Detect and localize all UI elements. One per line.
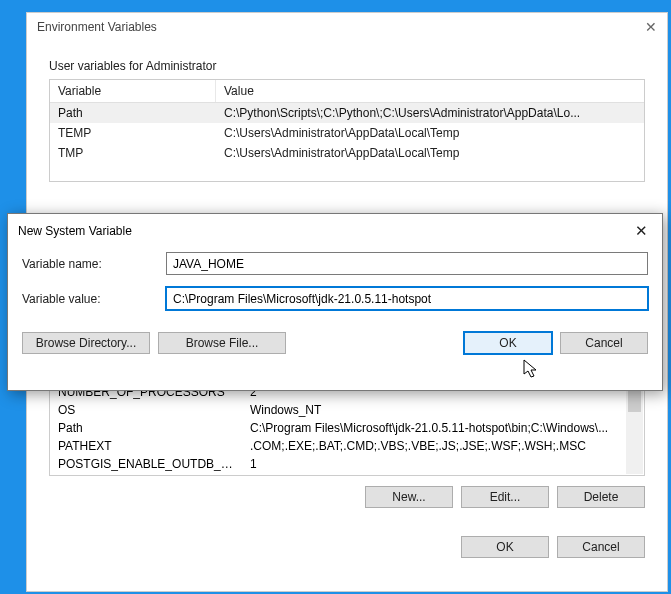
cancel-button[interactable]: Cancel	[557, 536, 645, 558]
ok-button[interactable]: OK	[464, 332, 552, 354]
env-window-bottom-row: OK Cancel	[27, 522, 667, 572]
dialog-titlebar: New System Variable ✕	[8, 214, 662, 242]
cell-value: Windows_NT	[242, 401, 626, 419]
cell-variable: TEMP	[50, 123, 216, 143]
cell-value: C:\Users\Administrator\AppData\Local\Tem…	[216, 123, 644, 143]
system-button-row: New... Edit... Delete	[49, 476, 645, 512]
dialog-form: Variable name: Variable value:	[8, 242, 662, 332]
table-row[interactable]: TEMP C:\Users\Administrator\AppData\Loca…	[50, 123, 644, 143]
table-row[interactable]: TMP C:\Users\Administrator\AppData\Local…	[50, 143, 644, 163]
new-button[interactable]: New...	[365, 486, 453, 508]
cell-value: C:\Python\Scripts\;C:\Python\;C:\Users\A…	[216, 103, 644, 123]
variable-value-input[interactable]	[166, 287, 648, 310]
close-icon[interactable]: ✕	[631, 222, 652, 240]
cell-value: C:\Program Files\Microsoft\jdk-21.0.5.11…	[242, 419, 626, 437]
cancel-button[interactable]: Cancel	[560, 332, 648, 354]
cell-variable: PATHEXT	[50, 437, 242, 455]
new-system-variable-dialog: New System Variable ✕ Variable name: Var…	[7, 213, 663, 391]
cell-variable: POSTGIS_ENABLE_OUTDB_R...	[50, 455, 242, 473]
column-header-value[interactable]: Value	[216, 80, 644, 102]
variable-value-label: Variable value:	[22, 292, 156, 306]
variable-value-row: Variable value:	[22, 287, 648, 310]
table-row[interactable]: PATHEXT .COM;.EXE;.BAT;.CMD;.VBS;.VBE;.J…	[50, 437, 644, 455]
cell-variable: Path	[50, 419, 242, 437]
close-icon[interactable]: ✕	[645, 19, 657, 35]
cell-value: C:\Users\Administrator\AppData\Local\Tem…	[216, 143, 644, 163]
env-window-titlebar: Environment Variables ✕	[27, 13, 667, 41]
variable-name-label: Variable name:	[22, 257, 156, 271]
table-row[interactable]: POSTGIS_ENABLE_OUTDB_R... 1	[50, 455, 644, 473]
cell-value: .COM;.EXE;.BAT;.CMD;.VBS;.VBE;.JS;.JSE;.…	[242, 437, 626, 455]
cell-variable: TMP	[50, 143, 216, 163]
ok-button[interactable]: OK	[461, 536, 549, 558]
table-row[interactable]: Path C:\Program Files\Microsoft\jdk-21.0…	[50, 419, 644, 437]
user-variables-table[interactable]: Variable Value Path C:\Python\Scripts\;C…	[49, 79, 645, 182]
column-header-variable[interactable]: Variable	[50, 80, 216, 102]
env-window-title: Environment Variables	[37, 20, 157, 34]
dialog-button-row: Browse Directory... Browse File... OK Ca…	[8, 332, 662, 354]
variable-name-row: Variable name:	[22, 252, 648, 275]
table-row[interactable]: OS Windows_NT	[50, 401, 644, 419]
variable-name-input[interactable]	[166, 252, 648, 275]
cell-variable: OS	[50, 401, 242, 419]
cell-value: 1	[242, 455, 626, 473]
dialog-title: New System Variable	[18, 224, 132, 238]
edit-button[interactable]: Edit...	[461, 486, 549, 508]
delete-button[interactable]: Delete	[557, 486, 645, 508]
browse-directory-button[interactable]: Browse Directory...	[22, 332, 150, 354]
cell-variable: Path	[50, 103, 216, 123]
user-variables-label: User variables for Administrator	[49, 59, 645, 73]
browse-file-button[interactable]: Browse File...	[158, 332, 286, 354]
table-row[interactable]: Path C:\Python\Scripts\;C:\Python\;C:\Us…	[50, 103, 644, 123]
user-table-header: Variable Value	[50, 80, 644, 103]
